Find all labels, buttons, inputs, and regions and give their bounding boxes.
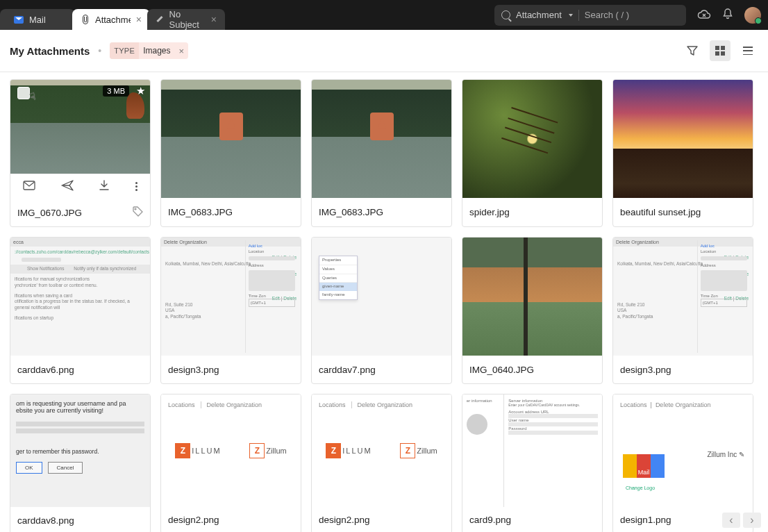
search-scope[interactable]: Attachment bbox=[516, 10, 562, 20]
next-page-button[interactable]: › bbox=[743, 513, 761, 528]
chip-remove-icon[interactable]: × bbox=[175, 46, 189, 56]
close-icon[interactable]: × bbox=[136, 14, 142, 25]
filter-chip-type[interactable]: TYPE Images × bbox=[110, 42, 188, 59]
compose-icon bbox=[156, 15, 164, 24]
thumbnail[interactable]: LocationsDelete Organization ZILLUM ZZil… bbox=[161, 394, 301, 507]
header-row: My Attachments • TYPE Images × bbox=[0, 30, 768, 72]
cloud-sync-icon[interactable] bbox=[697, 10, 711, 21]
search-placeholder[interactable]: Search ( / ) bbox=[585, 10, 629, 20]
svg-point-1 bbox=[135, 208, 136, 210]
file-name: carddav8.png bbox=[17, 515, 74, 526]
send-action-icon[interactable] bbox=[61, 180, 74, 194]
file-name: IMG_0640.JPG bbox=[469, 365, 534, 375]
tab-attach-label: Attachme bbox=[95, 15, 131, 25]
grid-icon bbox=[715, 46, 725, 56]
thumbnail[interactable]: LocationsDelete Organization ZILLUM ZZil… bbox=[312, 394, 451, 507]
cursor-hand-icon: ☟ bbox=[28, 90, 37, 103]
file-name: beautiful sunset.jpg bbox=[620, 207, 701, 217]
search-icon bbox=[501, 10, 510, 19]
separator bbox=[578, 10, 579, 21]
tab-mail-label: Mail bbox=[29, 15, 46, 25]
tab-attachments[interactable]: Attachme × bbox=[72, 9, 150, 30]
thumbnail[interactable]: ecca ://contacts.zoho.com/carddav/rebecc… bbox=[10, 238, 150, 356]
card-actions bbox=[10, 174, 150, 199]
attachment-card[interactable]: IMG_0640.JPG bbox=[462, 237, 603, 384]
attachment-card[interactable]: IMG_0683.JPG bbox=[311, 79, 452, 227]
chip-type-label: TYPE bbox=[110, 42, 139, 59]
file-name: IMG_0683.JPG bbox=[319, 207, 383, 217]
attachments-gallery: ☟ 3 MB ★ IMG_0670.JPG IMG_0683.JPG IMG_0… bbox=[0, 72, 768, 532]
list-icon bbox=[743, 47, 753, 55]
attachment-card[interactable]: beautiful sunset.jpg bbox=[612, 79, 753, 227]
mail-icon bbox=[14, 16, 24, 24]
page-title: My Attachments bbox=[10, 45, 90, 57]
file-name: IMG_0670.JPG bbox=[17, 208, 82, 218]
file-name: design2.png bbox=[168, 515, 219, 525]
file-name: design3.png bbox=[168, 365, 219, 375]
attachment-card[interactable]: LocationsDelete Organization ZILLUM ZZil… bbox=[311, 394, 452, 532]
attachment-card[interactable]: om is requesting your username and pa eb… bbox=[10, 394, 151, 532]
file-name: IMG_0683.JPG bbox=[168, 207, 233, 217]
thumbnail[interactable]: Locations | Delete Organization Mail Cha… bbox=[613, 394, 753, 507]
attachment-card[interactable]: LocationsDelete Organization ZILLUM ZZil… bbox=[160, 394, 301, 532]
close-icon[interactable]: × bbox=[211, 14, 217, 25]
thumbnail[interactable]: er information Server information Enter … bbox=[462, 394, 602, 507]
file-name: design2.png bbox=[319, 515, 370, 525]
tab-nosubj-label: No Subject bbox=[169, 9, 206, 30]
thumbnail[interactable] bbox=[462, 80, 602, 198]
size-badge: 3 MB bbox=[103, 85, 129, 97]
attachment-card[interactable]: er information Server information Enter … bbox=[462, 394, 603, 532]
attachment-card[interactable]: spider.jpg bbox=[462, 79, 603, 227]
file-name: carddav7.png bbox=[319, 365, 376, 375]
thumbnail[interactable]: ☟ 3 MB ★ bbox=[10, 80, 150, 174]
top-bar: Mail Attachme × No Subject × Attachment … bbox=[0, 0, 768, 30]
filter-button[interactable] bbox=[682, 40, 703, 61]
star-icon[interactable]: ★ bbox=[136, 85, 145, 97]
download-action-icon[interactable] bbox=[99, 180, 110, 194]
attachment-card[interactable]: Locations | Delete Organization Mail Cha… bbox=[612, 394, 753, 532]
topbar-right: Attachment Search ( / ) bbox=[494, 0, 761, 30]
select-checkbox[interactable] bbox=[17, 87, 30, 99]
file-name: carddav6.png bbox=[17, 365, 74, 375]
attachment-card[interactable]: Delete Organization Edit | Delete Kolkat… bbox=[612, 237, 753, 384]
tag-icon[interactable] bbox=[133, 206, 143, 219]
chip-value: Images bbox=[139, 46, 174, 56]
thumbnail[interactable] bbox=[161, 80, 301, 198]
tab-mail[interactable]: Mail bbox=[0, 9, 75, 30]
attachment-card[interactable]: Delete Organization Edit | Delete Kolkat… bbox=[160, 237, 301, 384]
more-action-icon[interactable] bbox=[135, 182, 137, 191]
list-view-button[interactable] bbox=[737, 40, 758, 61]
tab-no-subject[interactable]: No Subject × bbox=[147, 9, 225, 30]
thumbnail[interactable] bbox=[462, 238, 602, 356]
thumbnail[interactable]: Delete Organization Edit | Delete Kolkat… bbox=[161, 238, 301, 356]
grid-view-button[interactable] bbox=[710, 40, 731, 61]
mail-action-icon[interactable] bbox=[23, 181, 35, 193]
prev-page-button[interactable]: ‹ bbox=[722, 513, 740, 528]
separator-dot: • bbox=[98, 45, 101, 56]
file-name: card9.png bbox=[469, 515, 511, 525]
chevron-down-icon[interactable] bbox=[569, 14, 573, 17]
attachment-card[interactable]: Properties Values Queries given-name fam… bbox=[311, 237, 452, 384]
search-bar[interactable]: Attachment Search ( / ) bbox=[494, 5, 686, 26]
attachment-card[interactable]: IMG_0683.JPG bbox=[160, 79, 301, 227]
thumbnail[interactable]: om is requesting your username and pa eb… bbox=[10, 394, 150, 507]
thumbnail[interactable] bbox=[613, 80, 753, 198]
thumbnail[interactable]: Properties Values Queries given-name fam… bbox=[312, 238, 451, 356]
file-name: design1.png bbox=[620, 515, 671, 525]
file-name: spider.jpg bbox=[469, 207, 510, 217]
attachment-card[interactable]: ☟ 3 MB ★ IMG_0670.JPG bbox=[10, 79, 151, 227]
thumbnail[interactable] bbox=[312, 80, 451, 198]
attachment-card[interactable]: ecca ://contacts.zoho.com/carddav/rebecc… bbox=[10, 237, 151, 384]
avatar[interactable] bbox=[744, 7, 761, 24]
thumbnail[interactable]: Delete Organization Edit | Delete Kolkat… bbox=[613, 238, 753, 356]
bell-icon[interactable] bbox=[722, 8, 733, 23]
pagination: ‹ › bbox=[722, 513, 761, 528]
attachment-icon bbox=[81, 14, 90, 25]
file-name: design3.png bbox=[620, 365, 671, 375]
